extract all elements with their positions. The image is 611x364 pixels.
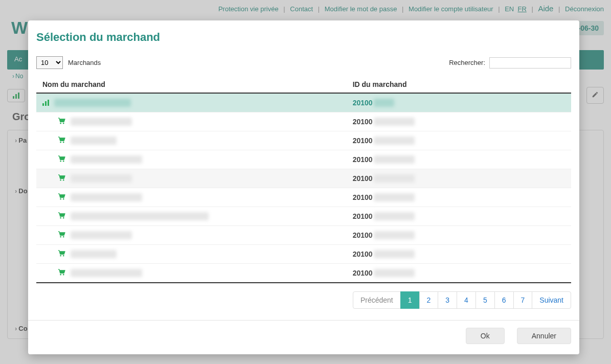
link-help[interactable]: Aide bbox=[538, 4, 553, 13]
link-contact[interactable]: Contact bbox=[290, 5, 313, 13]
merchant-id-redacted bbox=[374, 118, 415, 126]
pagination-page-2[interactable]: 2 bbox=[419, 291, 439, 309]
svg-point-15 bbox=[63, 255, 64, 257]
svg-point-3 bbox=[63, 142, 64, 143]
pagination-next[interactable]: Suivant bbox=[532, 291, 571, 309]
search-control: Rechercher: bbox=[449, 57, 571, 69]
merchant-name-redacted bbox=[71, 174, 132, 183]
svg-point-6 bbox=[60, 179, 61, 181]
cancel-button[interactable]: Annuler bbox=[517, 328, 571, 344]
accordion-item-label: Do bbox=[18, 187, 27, 195]
merchant-name-redacted bbox=[71, 136, 117, 145]
separator: | bbox=[558, 5, 560, 13]
merchant-id-prefix: 20100 bbox=[353, 118, 373, 126]
merchant-name-redacted bbox=[71, 118, 132, 126]
cart-icon bbox=[58, 118, 65, 126]
cart-icon bbox=[58, 250, 65, 258]
merchant-id-prefix: 20100 bbox=[353, 269, 373, 277]
merchant-id-prefix: 20100 bbox=[353, 136, 373, 145]
merchant-name-redacted bbox=[71, 250, 117, 258]
table-row[interactable]: 20100 bbox=[36, 245, 571, 264]
table-row[interactable]: 20100 bbox=[36, 264, 571, 283]
cart-icon bbox=[58, 212, 65, 220]
merchant-id-prefix: 20100 bbox=[353, 174, 373, 183]
search-input[interactable] bbox=[489, 57, 571, 69]
merchant-id-redacted bbox=[374, 269, 415, 277]
pagination-page-3[interactable]: 3 bbox=[438, 291, 457, 309]
merchant-name-redacted bbox=[71, 269, 142, 277]
pagination-page-1[interactable]: 1 bbox=[400, 291, 420, 309]
svg-point-0 bbox=[60, 123, 61, 124]
svg-point-8 bbox=[60, 198, 61, 200]
svg-point-9 bbox=[63, 198, 64, 200]
cart-icon bbox=[58, 193, 65, 201]
column-header-id[interactable]: ID du marchand bbox=[347, 76, 571, 93]
svg-point-14 bbox=[60, 255, 61, 257]
link-change-account[interactable]: Modifier le compte utilisateur bbox=[409, 5, 493, 13]
pagination-page-5[interactable]: 5 bbox=[476, 291, 495, 309]
page-size-label: Marchands bbox=[68, 59, 101, 66]
modal-title: Sélection du marchand bbox=[28, 20, 579, 49]
cart-icon bbox=[58, 231, 65, 239]
link-change-password[interactable]: Modifier le mot de passe bbox=[325, 5, 397, 13]
top-utility-links: Protection vie privée | Contact | Modifi… bbox=[0, 0, 611, 16]
merchant-id-prefix: 20100 bbox=[353, 193, 373, 201]
table-row[interactable]: 20100 bbox=[36, 131, 571, 150]
merchant-id-redacted bbox=[374, 193, 415, 201]
search-label: Rechercher: bbox=[449, 59, 485, 66]
edit-button[interactable] bbox=[586, 87, 604, 104]
separator: | bbox=[498, 5, 500, 13]
table-row[interactable]: 20100 bbox=[36, 150, 571, 169]
svg-point-12 bbox=[60, 236, 61, 238]
merchant-name-redacted bbox=[54, 99, 131, 107]
merchant-id-redacted bbox=[374, 174, 415, 183]
svg-point-2 bbox=[60, 142, 61, 143]
merchants-table: Nom du marchand ID du marchand 201002010… bbox=[36, 76, 571, 283]
table-row[interactable]: 20100 bbox=[36, 112, 571, 131]
merchant-id-prefix: 20100 bbox=[353, 212, 373, 220]
column-header-name[interactable]: Nom du marchand bbox=[36, 76, 347, 93]
bars-icon bbox=[13, 93, 19, 99]
nav-item[interactable]: Ac bbox=[7, 50, 29, 70]
link-lang-fr[interactable]: FR bbox=[517, 5, 526, 13]
svg-point-11 bbox=[63, 217, 64, 219]
separator: | bbox=[402, 5, 403, 13]
svg-point-5 bbox=[63, 161, 64, 162]
merchant-id-prefix: 20100 bbox=[353, 250, 373, 258]
svg-point-4 bbox=[60, 161, 61, 162]
cart-icon bbox=[58, 155, 65, 164]
table-row[interactable]: 20100 bbox=[36, 93, 571, 112]
chevron-right-icon: › bbox=[15, 136, 17, 144]
pagination-page-4[interactable]: 4 bbox=[457, 291, 476, 309]
merchant-id-redacted bbox=[374, 99, 394, 107]
table-row[interactable]: 20100 bbox=[36, 226, 571, 245]
accordion-item-label: Pa bbox=[18, 136, 27, 144]
cart-icon bbox=[58, 269, 65, 277]
pagination-prev: Précédent bbox=[353, 291, 401, 309]
pagination: Précédent1234567Suivant bbox=[28, 283, 579, 309]
page-size-select[interactable]: 102550100 bbox=[36, 56, 63, 69]
separator: | bbox=[283, 5, 285, 13]
link-logout[interactable]: Déconnexion bbox=[565, 5, 604, 13]
pagination-page-6[interactable]: 6 bbox=[494, 291, 514, 309]
merchant-id-redacted bbox=[374, 250, 415, 258]
table-row[interactable]: 20100 bbox=[36, 207, 571, 226]
chevron-right-icon: › bbox=[15, 187, 17, 195]
table-controls: 102550100 Marchands Rechercher: bbox=[28, 49, 579, 73]
svg-point-7 bbox=[63, 179, 64, 181]
svg-point-13 bbox=[63, 236, 64, 238]
page-size-control: 102550100 Marchands bbox=[36, 56, 101, 69]
merchant-name-redacted bbox=[71, 155, 142, 164]
merchant-id-prefix: 20100 bbox=[353, 155, 373, 164]
link-lang-en[interactable]: EN bbox=[505, 5, 514, 13]
table-row[interactable]: 20100 bbox=[36, 188, 571, 207]
chevron-right-icon: › bbox=[15, 325, 17, 332]
link-privacy[interactable]: Protection vie privée bbox=[218, 5, 279, 13]
current-merchant-pill[interactable] bbox=[7, 89, 25, 102]
chevron-right-icon: › bbox=[12, 73, 14, 80]
merchant-name-redacted bbox=[71, 193, 142, 201]
breadcrumb-text: No bbox=[15, 73, 23, 80]
pagination-page-7[interactable]: 7 bbox=[513, 291, 533, 309]
ok-button[interactable]: Ok bbox=[466, 328, 505, 344]
table-row[interactable]: 20100 bbox=[36, 169, 571, 188]
